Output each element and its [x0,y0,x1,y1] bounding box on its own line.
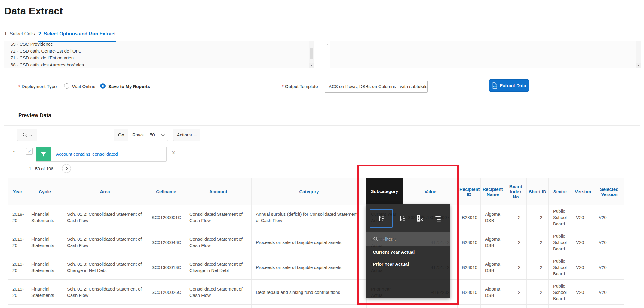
chevron-down-icon [194,133,197,136]
svg-text:XLS: XLS [493,86,497,88]
preview-data-panel: Preview Data Go Rows 50 Actions ▾ ✓ [4,108,640,308]
radio-wait-online[interactable] [64,83,69,89]
table-row: 2019-20Financial StatementsSch. 01.2: Co… [8,230,624,255]
cell-cellname: SC01300013C [147,255,185,280]
column-header-recipient_id[interactable]: Recipient ID [458,178,481,205]
scroll-down-icon[interactable]: ▼ [636,63,641,68]
cell-empty [63,305,147,308]
scrollbar-thumb[interactable] [310,48,313,59]
column-header-selected_version[interactable]: Selected Version [594,178,624,205]
column-header-board_index_no[interactable]: Board Index No [505,178,527,205]
radio-save-to-my-reports-label[interactable]: Save to My Reports [108,84,150,89]
cell-area: Sch. 01.2: Consolidated Statement of Cas… [63,280,147,305]
cell-year: 2019-20 [8,280,27,305]
cell-account: Consolidated Statement of Cash Flow [185,280,252,305]
cell-selected_version: V20 [594,205,624,230]
column-value-option[interactable]: Prior Year Actual [366,258,450,270]
cell-selected_version: V20 [594,230,624,255]
column-header-value[interactable]: Value [403,178,458,205]
cell-category: Annual surplus (deficit) for Consolidate… [252,205,367,230]
filters-collapse-caret-icon[interactable]: ▾ [13,149,15,154]
sort-descending-icon[interactable] [394,209,411,228]
listbox-scrollbar[interactable]: ▼ [636,41,641,68]
go-button[interactable]: Go [114,129,128,141]
column-popup-filter-band [366,232,450,246]
cell-cellname: SC01200001C [147,205,185,230]
column-header-short_id[interactable]: Short ID [527,178,549,205]
scroll-down-icon[interactable]: ▼ [309,63,314,68]
list-item[interactable]: 71 - CSD cath. de l’Est ontarien [11,54,307,61]
column-header-cellname[interactable]: Cellname [147,178,185,205]
list-item[interactable]: 69 - CSC Providence [11,41,307,47]
filter-condition-link[interactable]: Account contains 'consolidated' [51,147,118,161]
hide-column-icon[interactable] [412,209,428,228]
list-item[interactable]: 68 - CSD cath. des Aurores boréales [11,61,307,68]
run-options-panel: *Deployment Type Wait Online Save to My … [4,74,640,99]
search-input[interactable] [37,129,114,141]
cell-category: Proceeds on sale of tangible capital ass… [252,255,367,280]
cell-empty [367,305,403,308]
radio-save-to-my-reports[interactable] [100,83,106,89]
column-header-account[interactable]: Account [185,178,252,205]
cell-sector: Public School Board [549,280,572,305]
cell-sector: Public School Board [549,230,572,255]
cell-empty [481,305,505,308]
cell-board_index_no: 2 [505,280,527,305]
remove-filter-icon[interactable]: ✕ [171,150,176,156]
chevron-down-icon [161,133,164,136]
cell-recipient_id: B28010 [458,205,481,230]
cell-category: Proceeds on sale of tangible capital ass… [252,230,367,255]
cell-year: 2019-20 [8,230,27,255]
pagination-range-label: 1 - 50 of 196 [29,166,53,171]
search-options-button[interactable] [17,129,37,141]
column-header-recipient_name[interactable]: Recipient Name [481,178,505,205]
extract-data-label: Extract Data [500,83,526,88]
sort-ascending-icon[interactable] [370,209,393,228]
control-break-icon[interactable] [430,209,446,228]
active-tab-underline [38,41,116,42]
list-item[interactable]: 72 - CSD cath. Centre-Est de l’Ont. [11,47,307,54]
search-icon [22,132,28,138]
tab-1[interactable]: 1. Select Cells [4,26,35,41]
column-header-category[interactable]: Category [252,178,367,205]
rows-select[interactable]: 50 [146,129,168,141]
search-icon [373,236,379,242]
column-header-area[interactable]: Area [63,178,147,205]
preview-data-table-wrap: YearCycleAreaCellnameAccountCategorySubc… [8,178,624,308]
column-header-version[interactable]: Version [572,178,594,205]
actions-menu-button[interactable]: Actions [173,129,200,141]
column-header-sector[interactable]: Sector [549,178,572,205]
cell-selected_version: V20 [594,255,624,280]
filter-enabled-checkbox[interactable]: ✓ [26,148,33,155]
cell-short_id: 2 [527,230,549,255]
column-value-option[interactable]: Current Year Actual [366,246,450,258]
cell-empty [505,305,527,308]
cell-area: Sch. 01.3: Consolidated Statement of Cha… [63,255,147,280]
column-header-cycle[interactable]: Cycle [27,178,63,205]
table-row: 2019-20Financial StatementsSch. 01.2: Co… [8,205,624,230]
column-actions-popup: Current Year ActualPrior Year Actual [366,204,450,298]
cell-board_index_no: 2 [505,230,527,255]
selected-listbox[interactable]: ▼ [330,41,641,68]
source-listbox[interactable]: 69 - CSC Providence72 - CSD cath. Centre… [4,41,314,68]
filter-chip: Account contains 'consolidated' [36,147,167,162]
subcategory-column-header-active[interactable]: Subcategory [366,178,403,204]
tab-2[interactable]: 2. Select Options and Run Extract [38,26,116,41]
cell-board_index_no: 2 [505,205,527,230]
extract-data-button[interactable]: XLS Extract Data [489,79,529,92]
cell-category: Debt repaid and sinking fund contributio… [252,280,367,305]
cell-account: Consolidated Statement of Cash Flow [185,230,252,255]
cell-short_id: 2 [527,205,549,230]
radio-wait-online-label[interactable]: Wait Online [72,84,95,89]
listbox-scrollbar[interactable]: ▼ [309,41,314,68]
pagination-next-button[interactable] [62,164,71,173]
cell-cycle: Financial Statements [27,205,63,230]
cell-area: Sch. 01.2: Consolidated Statement of Cas… [63,205,147,230]
cell-version: V20 [572,205,594,230]
column-header-year[interactable]: Year [8,178,27,205]
column-value-menu: Current Year ActualPrior Year Actual [366,246,450,270]
column-filter-input[interactable] [382,236,437,242]
cell-cycle: Financial Statements [27,280,63,305]
cell-selected_version: V20 [594,280,624,305]
output-template-select[interactable]: ACS on Rows, DSBs on Columns - with subt… [325,81,428,93]
